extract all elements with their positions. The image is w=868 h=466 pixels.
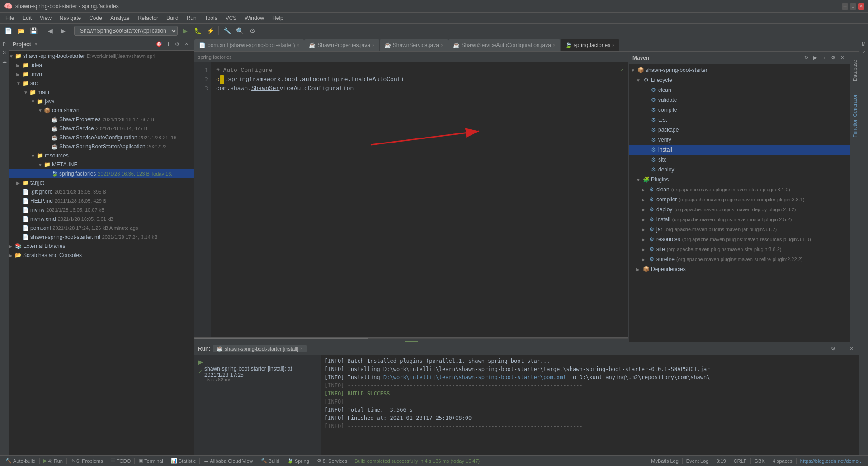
status-event-log[interactable]: Event Log	[684, 458, 711, 464]
tree-item-shawn-spring-boot-starter[interactable]: ▼📁shawn-spring-boot-starterD:\work\intel…	[9, 52, 194, 61]
maven-settings-btn[interactable]: ⚙	[829, 54, 837, 62]
right-icon-maven[interactable]: M	[862, 40, 865, 48]
panel-locate-btn[interactable]: 🎯	[155, 40, 163, 48]
status-crlf[interactable]: CRLF	[732, 458, 749, 464]
tree-item-mvnw[interactable]: 📄mvnw2021/1/28 16:05, 10.07 kB	[9, 205, 194, 214]
status-url[interactable]: https://blog.csdn.net/demo...	[798, 458, 864, 464]
status-spring[interactable]: 🍃 Spring	[285, 458, 311, 464]
run-sidebar-build-item[interactable]: ✓ shawn-spring-boot-starter [install]: a…	[194, 367, 321, 377]
menu-navigate[interactable]: Navigate	[56, 14, 85, 22]
status-terminal[interactable]: ▣ Terminal	[137, 458, 165, 464]
project-dropdown-icon[interactable]: ▾	[35, 41, 38, 47]
close-button[interactable]: ✕	[858, 3, 864, 10]
tab-factories-close[interactable]: ×	[612, 43, 615, 48]
maven-lifecycle-validate[interactable]: ⚙ validate	[629, 95, 850, 105]
tree-item-src[interactable]: ▼📁src	[9, 79, 194, 88]
menu-view[interactable]: View	[36, 14, 55, 22]
status-run[interactable]: ▶ 4: Run	[42, 458, 65, 464]
tree-item-spring-factories[interactable]: 🍃spring.factories2021/1/28 16:36, 123 B …	[9, 169, 194, 178]
status-line-col[interactable]: 3:19	[714, 458, 727, 464]
maven-plugin-resources[interactable]: ▶ ⚙ resources (org.apache.maven.plugins:…	[629, 234, 850, 244]
tree-item-java[interactable]: ▼📁java	[9, 97, 194, 106]
left-icon-project[interactable]: P	[3, 40, 6, 48]
maven-plugin-deploy[interactable]: ▶ ⚙ deploy (org.apache.maven.plugins:mav…	[629, 204, 850, 214]
status-alibaba[interactable]: ☁ Alibaba Cloud View	[202, 458, 255, 464]
run-config-dropdown[interactable]: ShawnSpringBootStarterApplication	[74, 26, 178, 36]
left-icon-cloud[interactable]: ☁	[2, 57, 7, 66]
maximize-button[interactable]: □	[850, 3, 856, 10]
run-with-coverage-btn[interactable]: ⚡	[205, 25, 216, 36]
menu-analyze[interactable]: Analyze	[107, 14, 133, 22]
status-autobuild[interactable]: 🔨 Auto-build	[4, 458, 38, 464]
tree-item-shawnservice[interactable]: ☕ShawnService2021/1/28 16:14, 477 B	[9, 124, 194, 133]
maven-lifecycle-clean[interactable]: ⚙ clean	[629, 85, 850, 95]
status-charset[interactable]: GBK	[753, 458, 767, 464]
toolbar-open-btn[interactable]: 📂	[15, 25, 26, 36]
menu-window[interactable]: Window	[241, 14, 268, 22]
right-tab-database[interactable]: Database	[851, 53, 859, 87]
panel-collapse-btn[interactable]: ⬆	[164, 40, 172, 48]
maven-run-btn[interactable]: ▶	[811, 54, 819, 62]
tree-item-meta-inf[interactable]: ▼📁META-INF	[9, 160, 194, 169]
maven-lifecycle-site[interactable]: ⚙ site	[629, 155, 850, 165]
editor-scrollbar[interactable]	[194, 337, 628, 341]
toolbar-search-btn[interactable]: 🔍	[234, 25, 245, 36]
tree-item--idea[interactable]: ▶📁.idea	[9, 61, 194, 70]
tree-item--gitignore[interactable]: 📄.gitignore2021/1/28 16:05, 395 B	[9, 187, 194, 196]
tree-item-resources[interactable]: ▼📁resources	[9, 151, 194, 160]
maven-plugin-compiler[interactable]: ▶ ⚙ compiler (org.apache.maven.plugins:m…	[629, 195, 850, 204]
run-close-btn[interactable]: ✕	[847, 345, 855, 353]
tree-item-target[interactable]: ▶📁target	[9, 178, 194, 187]
status-statistic[interactable]: 📊 Statistic	[169, 458, 198, 464]
tree-item-pom-xml[interactable]: 📄pom.xml2021/1/28 17:24, 1.26 kB A minut…	[9, 223, 194, 233]
tab-pom-close[interactable]: ×	[297, 43, 299, 48]
tree-item-external-libraries[interactable]: ▶📚External Libraries	[9, 242, 194, 251]
right-icon-z[interactable]: Z	[862, 48, 865, 57]
toolbar-settings-btn[interactable]: ⚙	[247, 25, 258, 36]
tab-pom-xml[interactable]: 📄 pom.xml (shawn-spring-boot-starter) ×	[194, 39, 304, 51]
maven-plugin-site[interactable]: ▶ ⚙ site (org.apache.maven.plugins:maven…	[629, 244, 850, 254]
tree-item-mvnw-cmd[interactable]: 📄mvnw.cmd2021/1/28 16:05, 6.61 kB	[9, 214, 194, 223]
menu-help[interactable]: Help	[269, 14, 287, 22]
maven-add-btn[interactable]: +	[820, 54, 828, 62]
menu-edit[interactable]: Edit	[19, 14, 35, 22]
status-services[interactable]: ⚙ 8: Services	[315, 458, 349, 464]
menu-run[interactable]: Run	[183, 14, 200, 22]
maven-plugin-clean[interactable]: ▶ ⚙ clean (org.apache.maven.plugins:mave…	[629, 185, 850, 195]
maven-dependencies[interactable]: ▶ 📦 Dependencies	[629, 264, 850, 274]
status-problems[interactable]: ⚠ 6: Problems	[69, 458, 105, 464]
tree-item-shawnspringbootstarterapplication[interactable]: ☕ShawnSpringBootStarterApplication2021/1…	[9, 142, 194, 151]
status-spaces[interactable]: 4 spaces	[771, 458, 794, 464]
toolbar-back-btn[interactable]: ◀	[45, 25, 56, 36]
tab-spring-factories[interactable]: 🍃 spring.factories ×	[561, 39, 620, 51]
maven-lifecycle-install[interactable]: ⚙ install	[629, 145, 850, 155]
run-minimize-btn[interactable]: ─	[838, 345, 846, 353]
menu-refactor[interactable]: Refactor	[134, 14, 162, 22]
status-build[interactable]: 🔨 Build	[259, 458, 281, 464]
tree-item-help-md[interactable]: 📄HELP.md2021/1/28 16:05, 429 B	[9, 196, 194, 205]
run-settings-btn[interactable]: ⚙	[829, 345, 837, 353]
left-icon-structure[interactable]: S	[3, 48, 6, 57]
run-button[interactable]: ▶	[179, 25, 190, 36]
maven-plugin-install[interactable]: ▶ ⚙ install (org.apache.maven.plugins:ma…	[629, 214, 850, 224]
toolbar-save-btn[interactable]: 💾	[28, 25, 39, 36]
maven-lifecycle-package[interactable]: ⚙ package	[629, 125, 850, 135]
menu-code[interactable]: Code	[85, 14, 106, 22]
tab-auto-config[interactable]: ☕ ShawnServiceAutoConfiguration.java ×	[448, 39, 561, 51]
right-tab-function[interactable]: Function Generator	[851, 88, 859, 144]
tab-shawn-service[interactable]: ☕ ShawnService.java ×	[380, 39, 448, 51]
tab-autoconfig-close[interactable]: ×	[553, 43, 556, 48]
tab-props-close[interactable]: ×	[372, 43, 375, 48]
tab-shawn-properties[interactable]: ☕ ShawnProperties.java ×	[304, 39, 380, 51]
tree-item-scratches-and-consoles[interactable]: ▶📂Scratches and Consoles	[9, 251, 194, 260]
status-todo[interactable]: ☰ TODO	[109, 458, 133, 464]
tree-item-shawnproperties[interactable]: ☕ShawnProperties2021/1/28 16:17, 667 B	[9, 115, 194, 124]
status-mybatis[interactable]: MyBatis Log	[649, 458, 680, 464]
maven-root[interactable]: ▼ 📦 shawn-spring-boot-starter	[629, 65, 850, 75]
maven-lifecycle-verify[interactable]: ⚙ verify	[629, 135, 850, 145]
console-pom-url[interactable]: D:\work\intellij\learn\shawn-spring-boot…	[383, 374, 566, 380]
maven-reload-btn[interactable]: ↻	[802, 54, 810, 62]
maven-lifecycle-deploy[interactable]: ⚙ deploy	[629, 165, 850, 175]
panel-settings-btn[interactable]: ⚙	[173, 40, 181, 48]
minimize-button[interactable]: ─	[842, 3, 848, 10]
